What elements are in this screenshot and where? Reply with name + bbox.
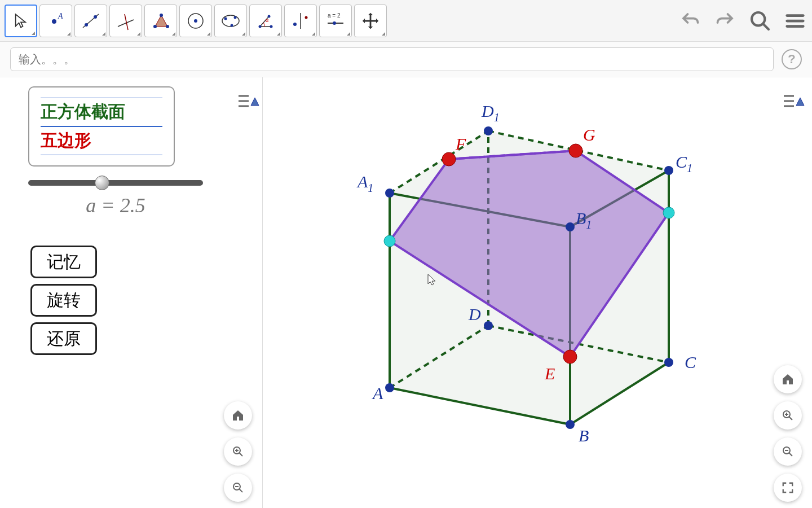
label-D1: D1 bbox=[481, 102, 500, 124]
svg-point-20 bbox=[268, 15, 271, 17]
svg-point-72 bbox=[384, 235, 395, 247]
info-shape: 五边形 bbox=[41, 126, 162, 155]
tool-slider[interactable]: a = 2 bbox=[319, 5, 352, 37]
svg-point-70 bbox=[664, 166, 673, 175]
panel-toggle-right[interactable] bbox=[780, 91, 805, 113]
svg-point-66 bbox=[664, 358, 673, 367]
redo-button[interactable] bbox=[713, 8, 738, 33]
svg-point-10 bbox=[160, 14, 163, 17]
svg-point-22 bbox=[293, 23, 297, 26]
home-button-left[interactable] bbox=[224, 401, 252, 430]
help-button[interactable]: ? bbox=[782, 49, 802, 69]
info-box: 正方体截面 五边形 bbox=[28, 86, 175, 167]
label-F: F bbox=[455, 134, 466, 153]
undo-button[interactable] bbox=[678, 8, 703, 33]
algebra-panel: 正方体截面 五边形 a = 2.5 记忆 旋转 还原 bbox=[0, 77, 262, 508]
svg-point-74 bbox=[563, 350, 577, 364]
svg-point-68 bbox=[385, 189, 394, 198]
input-bar: ? bbox=[0, 42, 812, 77]
svg-line-28 bbox=[763, 24, 769, 29]
zoom-out-left[interactable] bbox=[224, 474, 252, 502]
tool-move[interactable] bbox=[5, 5, 37, 37]
tool-perpendicular[interactable] bbox=[109, 5, 142, 37]
cube-diagram: A B C D A1 B1 C1 D1 E F G bbox=[263, 77, 804, 506]
svg-point-75 bbox=[442, 152, 456, 166]
svg-point-71 bbox=[484, 126, 493, 135]
tool-circle[interactable] bbox=[179, 5, 212, 37]
svg-marker-46 bbox=[796, 98, 804, 106]
label-A: A bbox=[372, 384, 383, 402]
svg-point-67 bbox=[484, 321, 493, 330]
svg-point-18 bbox=[259, 25, 262, 28]
tool-polygon[interactable] bbox=[144, 5, 177, 37]
tool-angle[interactable]: α bbox=[249, 5, 282, 37]
tool-ellipse[interactable] bbox=[214, 5, 247, 37]
svg-marker-35 bbox=[251, 98, 259, 106]
restore-button[interactable]: 还原 bbox=[30, 322, 97, 355]
svg-line-41 bbox=[239, 489, 242, 492]
rotate-button[interactable]: 旋转 bbox=[30, 284, 97, 317]
info-title: 正方体截面 bbox=[41, 98, 162, 126]
label-A1: A1 bbox=[356, 172, 373, 194]
slider-a[interactable]: a = 2.5 bbox=[28, 180, 203, 217]
search-button[interactable] bbox=[748, 8, 773, 33]
svg-point-9 bbox=[166, 25, 169, 28]
svg-point-3 bbox=[85, 23, 88, 27]
svg-line-37 bbox=[239, 453, 242, 456]
label-E: E bbox=[544, 364, 555, 383]
svg-text:A: A bbox=[58, 12, 63, 20]
svg-point-4 bbox=[94, 15, 97, 19]
label-D: D bbox=[468, 305, 481, 323]
tool-point[interactable]: A bbox=[39, 5, 72, 37]
svg-point-16 bbox=[231, 24, 233, 27]
svg-point-15 bbox=[234, 16, 237, 19]
svg-point-26 bbox=[333, 21, 336, 25]
zoom-in-right[interactable] bbox=[774, 401, 802, 430]
toolbar: A α a = 2 bbox=[0, 0, 812, 42]
svg-point-0 bbox=[52, 19, 56, 24]
svg-point-64 bbox=[385, 383, 394, 392]
svg-point-8 bbox=[153, 25, 157, 28]
tool-line[interactable] bbox=[74, 5, 107, 37]
svg-point-65 bbox=[566, 420, 575, 429]
svg-point-73 bbox=[663, 207, 674, 218]
label-G: G bbox=[583, 125, 595, 144]
label-C1: C1 bbox=[676, 152, 692, 174]
tool-move-view[interactable] bbox=[354, 5, 387, 37]
label-C: C bbox=[685, 353, 696, 371]
svg-point-19 bbox=[270, 25, 273, 28]
svg-point-14 bbox=[224, 17, 227, 20]
slider-label: a = 2.5 bbox=[28, 194, 203, 217]
svg-point-69 bbox=[566, 222, 575, 231]
algebra-input[interactable] bbox=[10, 47, 774, 71]
svg-point-23 bbox=[305, 16, 308, 19]
svg-point-76 bbox=[569, 144, 582, 157]
zoom-out-right[interactable] bbox=[774, 437, 802, 466]
memory-button[interactable]: 记忆 bbox=[30, 246, 97, 278]
zoom-in-left[interactable] bbox=[224, 437, 252, 466]
menu-button[interactable] bbox=[783, 8, 807, 33]
graphics-view[interactable]: A B C D A1 B1 C1 D1 E F G bbox=[262, 77, 812, 508]
tool-reflect[interactable] bbox=[284, 5, 317, 37]
label-B: B bbox=[579, 426, 589, 445]
panel-toggle-left[interactable] bbox=[235, 91, 260, 113]
svg-text:a = 2: a = 2 bbox=[328, 12, 341, 19]
home-button-right[interactable] bbox=[774, 365, 802, 393]
svg-text:α: α bbox=[266, 17, 268, 23]
svg-line-82 bbox=[789, 453, 792, 456]
fullscreen-button[interactable] bbox=[774, 474, 802, 502]
svg-point-12 bbox=[194, 19, 197, 23]
cursor-icon bbox=[427, 274, 436, 286]
svg-line-78 bbox=[789, 417, 792, 420]
